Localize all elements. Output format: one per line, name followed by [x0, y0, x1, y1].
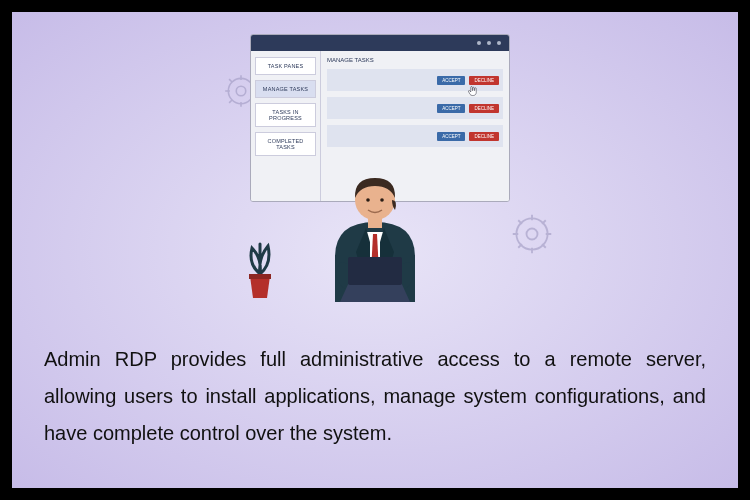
svg-point-7 [380, 198, 384, 202]
accept-button[interactable]: ACCEPT [437, 104, 465, 113]
task-row: ACCEPT DECLINE [327, 125, 503, 147]
sidebar-item-completed-tasks[interactable]: COMPLETED TASKS [255, 132, 316, 156]
panel-title: MANAGE TASKS [327, 57, 503, 63]
sidebar-item-manage-tasks[interactable]: MANAGE TASKS [255, 80, 316, 98]
svg-point-2 [527, 229, 538, 240]
plant-icon [240, 240, 280, 300]
window-control-dot [487, 41, 491, 45]
svg-point-3 [516, 218, 547, 249]
accept-button[interactable]: ACCEPT [437, 132, 465, 141]
svg-rect-10 [348, 257, 402, 285]
svg-rect-11 [249, 274, 271, 279]
window-control-dot [497, 41, 501, 45]
sidebar-item-task-panes[interactable]: TASK PANES [255, 57, 316, 75]
decline-button[interactable]: DECLINE [469, 132, 499, 141]
window-control-dot [477, 41, 481, 45]
sidebar-item-tasks-in-progress[interactable]: TASKS IN PROGRESS [255, 103, 316, 127]
decline-button[interactable]: DECLINE [469, 76, 499, 85]
gear-icon [510, 212, 554, 256]
window-titlebar [251, 35, 509, 51]
caption-text: Admin RDP provides full administrative a… [44, 341, 706, 452]
task-row: ACCEPT DECLINE [327, 69, 503, 91]
svg-point-6 [366, 198, 370, 202]
accept-button[interactable]: ACCEPT [437, 76, 465, 85]
person-at-laptop [280, 162, 470, 302]
cursor-hand-icon [467, 85, 479, 97]
decline-button[interactable]: DECLINE [469, 104, 499, 113]
task-row: ACCEPT DECLINE [327, 97, 503, 119]
illustration-card: TASK PANES MANAGE TASKS TASKS IN PROGRES… [12, 12, 738, 488]
